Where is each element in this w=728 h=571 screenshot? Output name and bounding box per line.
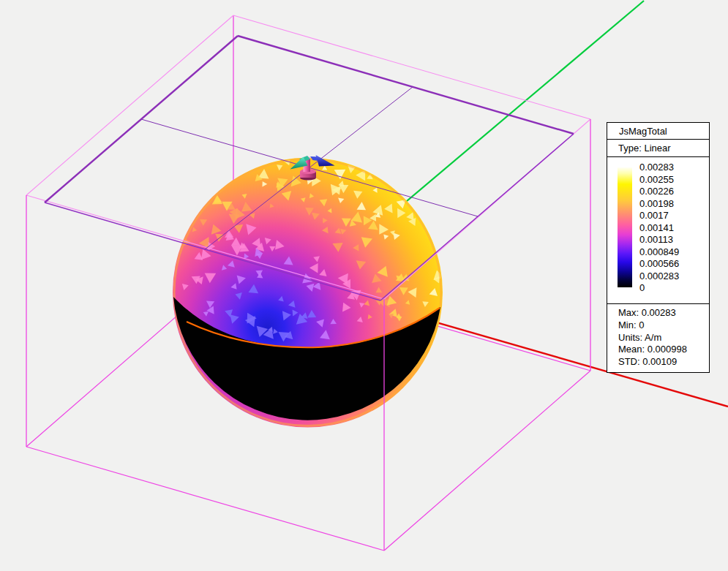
colorbar-tick-labels: 0.002830.002550.002260.001980.00170.0014…: [639, 162, 679, 295]
colorbar-tick-label: 0.000849: [639, 246, 679, 259]
colorbar-tick-label: 0.00283: [639, 162, 679, 174]
colorbar-tick-label: 0.000283: [639, 271, 679, 283]
colorbar-tick-label: 0.000566: [639, 258, 679, 271]
legend-scale-type: Type: Linear: [607, 140, 709, 157]
colorbar-tick-label: 0.00141: [639, 222, 679, 235]
stat-line: Mean: 0.000998: [618, 344, 709, 356]
colorbar-tick-label: 0.0017: [639, 210, 679, 222]
stat-line: Min: 0: [618, 319, 709, 332]
stat-line: STD: 0.00109: [618, 356, 709, 368]
colorbar-tick-label: 0.00198: [639, 198, 679, 211]
colorbar-tick-label: 0.00226: [639, 186, 679, 198]
colorbar-tick-label: 0.00113: [639, 234, 679, 246]
color-scale-legend[interactable]: JsMagTotal Type: Linear 0.002830.002550.…: [607, 122, 710, 373]
legend-title: JsMagTotal: [607, 123, 709, 140]
field-plot-sphere: [173, 158, 444, 428]
3d-viewport[interactable]: JsMagTotal Type: Linear 0.002830.002550.…: [0, 0, 728, 571]
colorbar-tick-label: 0.00255: [639, 174, 679, 186]
stat-line: Units: A/m: [618, 332, 709, 344]
colorbar-tick-label: 0: [639, 282, 679, 295]
colorbar-gradient: [618, 167, 632, 287]
legend-stats: Max: 0.00283Min: 0Units: A/mMean: 0.0009…: [607, 304, 709, 372]
stat-line: Max: 0.00283: [618, 307, 709, 319]
colorbar-section: 0.002830.002550.002260.001980.00170.0014…: [607, 157, 709, 304]
